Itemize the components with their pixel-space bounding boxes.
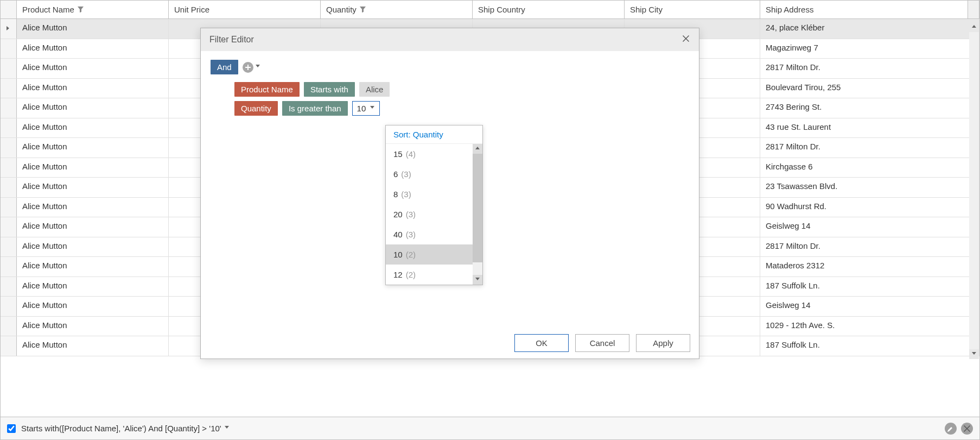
cancel-button[interactable]: Cancel bbox=[575, 334, 629, 352]
dropdown-value: 15 bbox=[393, 149, 403, 159]
filter-panel-actions bbox=[945, 423, 973, 435]
cell-product[interactable]: Alice Mutton bbox=[17, 297, 169, 316]
cell-product[interactable]: Alice Mutton bbox=[17, 79, 169, 98]
dropdown-value: 12 bbox=[393, 270, 403, 279]
dropdown-scrollbar[interactable] bbox=[473, 144, 482, 285]
group-operator[interactable]: And bbox=[211, 60, 238, 74]
vertical-scrollbar[interactable] bbox=[969, 22, 979, 359]
dropdown-item[interactable]: 10(2) bbox=[386, 244, 473, 265]
row-indicator bbox=[1, 19, 17, 39]
dropdown-count: (2) bbox=[406, 250, 416, 259]
row-indicator bbox=[1, 297, 17, 316]
scroll-header-spacer bbox=[968, 1, 979, 18]
dropdown-sort-header[interactable]: Sort: Quantity bbox=[386, 125, 482, 144]
dropdown-item[interactable]: 8(3) bbox=[386, 184, 473, 204]
filter-icon[interactable] bbox=[360, 7, 366, 12]
dropdown-item[interactable]: 40(3) bbox=[386, 224, 473, 244]
row-indicator bbox=[1, 118, 17, 138]
cell-addr[interactable]: 24, place Kléber bbox=[760, 19, 979, 39]
scroll-up-arrow[interactable] bbox=[473, 144, 482, 154]
cell-product[interactable]: Alice Mutton bbox=[17, 336, 169, 356]
dropdown-item[interactable]: 12(2) bbox=[386, 265, 473, 285]
column-header-address[interactable]: Ship Address bbox=[760, 1, 968, 18]
cell-product[interactable]: Alice Mutton bbox=[17, 257, 169, 276]
cell-addr[interactable]: 1029 - 12th Ave. S. bbox=[760, 317, 979, 336]
scroll-track[interactable] bbox=[969, 32, 979, 349]
cell-product[interactable]: Alice Mutton bbox=[17, 118, 169, 138]
cell-addr[interactable]: 23 Tsawassen Blvd. bbox=[760, 178, 979, 197]
cell-product[interactable]: Alice Mutton bbox=[17, 138, 169, 158]
filter-icon[interactable] bbox=[78, 7, 84, 12]
cell-product[interactable]: Alice Mutton bbox=[17, 19, 169, 39]
dropdown-value: 10 bbox=[393, 250, 403, 259]
filter-condition-row: Product Name Starts with Alice bbox=[234, 82, 689, 97]
dropdown-item[interactable]: 15(4) bbox=[386, 144, 473, 164]
column-header-product[interactable]: Product Name bbox=[17, 1, 169, 18]
dropdown-count: (3) bbox=[401, 190, 411, 199]
condition-field[interactable]: Quantity bbox=[234, 101, 278, 116]
dialog-footer: OK Cancel Apply bbox=[201, 328, 699, 359]
cell-addr[interactable]: 2743 Bering St. bbox=[760, 98, 979, 118]
apply-button[interactable]: Apply bbox=[636, 334, 690, 352]
clear-filter-button[interactable] bbox=[961, 423, 973, 435]
cell-addr[interactable]: 187 Suffolk Ln. bbox=[760, 277, 979, 297]
scroll-thumb[interactable] bbox=[473, 154, 482, 262]
pencil-icon bbox=[947, 425, 954, 432]
cell-product[interactable]: Alice Mutton bbox=[17, 237, 169, 257]
cell-addr[interactable]: 2817 Milton Dr. bbox=[760, 59, 979, 78]
cell-addr[interactable]: Geislweg 14 bbox=[760, 217, 979, 237]
cell-addr[interactable]: Boulevard Tirou, 255 bbox=[760, 79, 979, 98]
filter-enabled-checkbox[interactable] bbox=[7, 424, 16, 433]
row-indicator bbox=[1, 198, 17, 217]
condition-field[interactable]: Product Name bbox=[234, 82, 300, 97]
chevron-down-icon bbox=[256, 65, 260, 70]
row-indicator bbox=[1, 178, 17, 197]
cell-addr[interactable]: 2817 Milton Dr. bbox=[760, 237, 979, 257]
cell-product[interactable]: Alice Mutton bbox=[17, 59, 169, 78]
filter-editor-dialog: Filter Editor And Product Name Starts wi… bbox=[200, 28, 699, 359]
column-header-quantity[interactable]: Quantity bbox=[321, 1, 473, 18]
condition-value[interactable]: Alice bbox=[359, 82, 390, 97]
cell-product[interactable]: Alice Mutton bbox=[17, 39, 169, 59]
condition-operator[interactable]: Starts with bbox=[304, 82, 355, 97]
cell-product[interactable]: Alice Mutton bbox=[17, 158, 169, 178]
dropdown-item[interactable]: 20(3) bbox=[386, 204, 473, 224]
column-header-price[interactable]: Unit Price bbox=[169, 1, 321, 18]
cell-product[interactable]: Alice Mutton bbox=[17, 98, 169, 118]
column-header-city[interactable]: Ship City bbox=[625, 1, 760, 18]
scroll-down-arrow[interactable] bbox=[473, 275, 482, 285]
scroll-up-arrow[interactable] bbox=[969, 22, 979, 32]
dialog-header: Filter Editor bbox=[201, 28, 699, 51]
cell-product[interactable]: Alice Mutton bbox=[17, 277, 169, 297]
cell-product[interactable]: Alice Mutton bbox=[17, 178, 169, 197]
ok-button[interactable]: OK bbox=[514, 334, 569, 352]
cell-addr[interactable]: 2817 Milton Dr. bbox=[760, 138, 979, 158]
cell-addr[interactable]: 90 Wadhurst Rd. bbox=[760, 198, 979, 217]
column-label: Ship City bbox=[630, 5, 663, 14]
edit-filter-button[interactable] bbox=[945, 423, 957, 435]
cell-addr[interactable]: Geislweg 14 bbox=[760, 297, 979, 316]
dialog-close-button[interactable] bbox=[683, 35, 690, 45]
cell-addr[interactable]: Kirchgasse 6 bbox=[760, 158, 979, 178]
cell-product[interactable]: Alice Mutton bbox=[17, 317, 169, 336]
dropdown-value: 8 bbox=[393, 190, 398, 199]
column-header-country[interactable]: Ship Country bbox=[473, 1, 625, 18]
scroll-down-arrow[interactable] bbox=[969, 349, 979, 359]
plus-icon bbox=[243, 62, 253, 73]
filter-expression[interactable]: Starts with([Product Name], 'Alice') And… bbox=[21, 424, 230, 433]
cell-addr[interactable]: Magazinweg 7 bbox=[760, 39, 979, 59]
cell-addr[interactable]: Mataderos 2312 bbox=[760, 257, 979, 276]
add-condition-button[interactable] bbox=[243, 62, 260, 73]
cell-product[interactable]: Alice Mutton bbox=[17, 198, 169, 217]
condition-operator[interactable]: Is greater than bbox=[282, 101, 348, 116]
row-indicator bbox=[1, 237, 17, 257]
filter-panel: Starts with([Product Name], 'Alice') And… bbox=[1, 417, 979, 439]
condition-value-editor[interactable]: 10 bbox=[352, 101, 380, 116]
dropdown-value: 6 bbox=[393, 169, 398, 179]
column-label: Product Name bbox=[22, 5, 74, 14]
cell-addr[interactable]: 43 rue St. Laurent bbox=[760, 118, 979, 138]
dropdown-item[interactable]: 6(3) bbox=[386, 164, 473, 184]
cell-product[interactable]: Alice Mutton bbox=[17, 217, 169, 237]
cell-addr[interactable]: 187 Suffolk Ln. bbox=[760, 336, 979, 356]
column-label: Ship Country bbox=[478, 5, 525, 14]
